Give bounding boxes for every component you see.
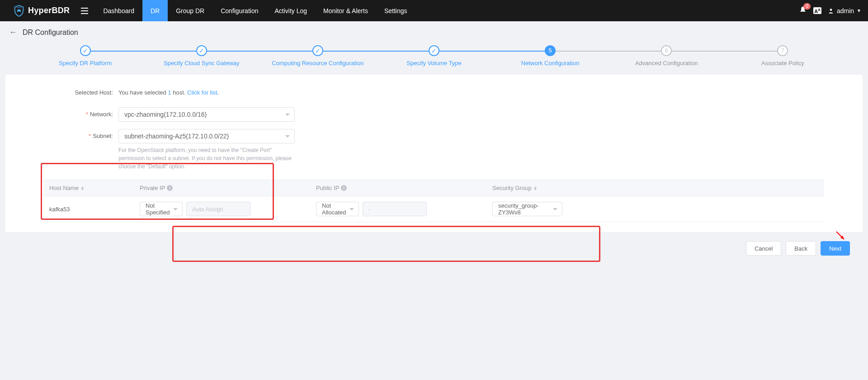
nav-dr[interactable]: DR <box>142 0 168 21</box>
page-header: ← DR Configuration <box>0 21 868 42</box>
back-arrow-icon[interactable]: ← <box>9 28 17 37</box>
svg-point-1 <box>19 6 19 7</box>
public-ip-mode-select[interactable]: Not Allocated <box>316 202 359 216</box>
shield-icon <box>14 5 24 17</box>
svg-point-0 <box>17 7 18 8</box>
network-label: *Network: <box>44 107 118 122</box>
brand-text: HyperBDR <box>28 6 70 15</box>
table-row: kafka53 Not Specified Auto Assign Not Al… <box>44 196 824 222</box>
cancel-button[interactable]: Cancel <box>746 241 781 256</box>
info-icon[interactable]: i <box>341 185 347 191</box>
nav-group-dr[interactable]: Group DR <box>168 0 212 21</box>
header-right: 0 AA admin ▼ <box>799 6 861 15</box>
selected-host-label: Selected Host: <box>44 86 118 100</box>
nav-activity-log[interactable]: Activity Log <box>266 0 315 21</box>
next-button[interactable]: Next <box>821 241 850 256</box>
table-header: Host Name▲▼ Private IPi Public IPi Secur… <box>44 180 824 196</box>
selected-host-value: You have selected 1 host. Click for list… <box>118 86 824 100</box>
subnet-row: *Subnet: subnet-zhaoming-Az5(172.10.0.0/… <box>44 129 824 171</box>
step-5[interactable]: 5Network Configuration <box>492 45 609 66</box>
notification-badge: 0 <box>803 3 811 10</box>
page-title: DR Configuration <box>23 28 78 37</box>
td-public-ip: Not Allocated - <box>311 196 487 222</box>
network-row: *Network: vpc-zhaoming(172.10.0.0/16) <box>44 107 824 122</box>
step-1[interactable]: Specify DR Platform <box>27 45 143 66</box>
selected-host-row: Selected Host: You have selected 1 host.… <box>44 86 824 100</box>
language-toggle[interactable]: AA <box>813 7 821 14</box>
brand-logo[interactable]: HyperBDR <box>14 5 70 17</box>
private-ip-mode-select[interactable]: Not Specified <box>140 202 183 216</box>
svg-point-3 <box>830 9 832 11</box>
td-host-name: kafka53 <box>44 196 134 222</box>
subnet-select[interactable]: subnet-zhaoming-Az5(172.10.0.0/22) <box>118 129 295 143</box>
private-ip-input[interactable]: Auto Assign <box>186 202 250 216</box>
sort-icon: ▲▼ <box>80 186 85 190</box>
nav-dashboard[interactable]: Dashboard <box>95 0 142 21</box>
subnet-hint: For the OpenStack platform, you need to … <box>118 146 295 171</box>
annotation-arrow-icon <box>834 229 848 243</box>
info-icon[interactable]: i <box>167 185 173 191</box>
config-card: Selected Host: You have selected 1 host.… <box>5 75 863 232</box>
nav-configuration[interactable]: Configuration <box>212 0 266 21</box>
step-wizard: Specify DR Platform Specify Cloud Sync G… <box>0 42 868 75</box>
user-menu[interactable]: admin ▼ <box>828 7 861 14</box>
step-2[interactable]: Specify Cloud Sync Gateway <box>143 45 259 66</box>
step-7[interactable]: 7Associate Policy <box>725 45 841 66</box>
back-button[interactable]: Back <box>786 241 816 256</box>
nav-settings[interactable]: Settings <box>376 0 415 21</box>
step-6[interactable]: 6Advanced Configuration <box>609 45 725 66</box>
step-4[interactable]: Specify Volume Type <box>376 45 492 66</box>
subnet-label: *Subnet: <box>44 129 118 143</box>
th-host-name[interactable]: Host Name▲▼ <box>44 180 134 196</box>
nav-monitor-alerts[interactable]: Monitor & Alerts <box>315 0 376 21</box>
sort-icon: ▲▼ <box>533 186 538 190</box>
top-header: HyperBDR Dashboard DR Group DR Configura… <box>0 0 868 21</box>
th-security-group[interactable]: Security Group▲▼ <box>487 180 824 196</box>
th-private-ip: Private IPi <box>134 180 311 196</box>
menu-toggle-icon[interactable] <box>81 8 88 14</box>
hosts-table: Host Name▲▼ Private IPi Public IPi Secur… <box>44 180 824 222</box>
main-nav: Dashboard DR Group DR Configuration Acti… <box>95 0 415 21</box>
notifications-button[interactable]: 0 <box>799 6 807 15</box>
step-3[interactable]: Computing Resource Configuration <box>259 45 376 66</box>
host-list-link[interactable]: Click for list <box>187 89 217 96</box>
user-name: admin <box>837 7 854 14</box>
chevron-down-icon: ▼ <box>857 8 861 13</box>
svg-point-2 <box>20 7 21 8</box>
public-ip-input: - <box>363 202 427 216</box>
network-select[interactable]: vpc-zhaoming(172.10.0.0/16) <box>118 107 295 122</box>
th-public-ip: Public IPi <box>311 180 487 196</box>
td-security-group: security_group-ZY3Wv8 <box>487 196 824 222</box>
security-group-select[interactable]: security_group-ZY3Wv8 <box>492 202 562 216</box>
user-icon <box>828 8 834 14</box>
td-private-ip: Not Specified Auto Assign <box>134 196 311 222</box>
footer-actions: Cancel Back Next <box>0 232 868 265</box>
